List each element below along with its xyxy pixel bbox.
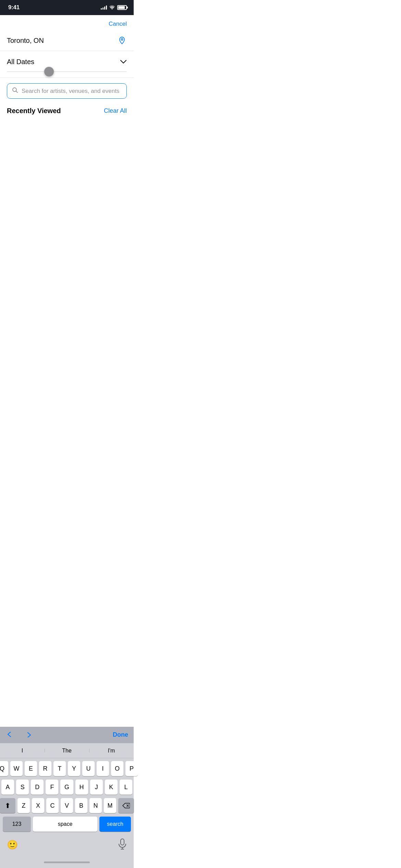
location-pin-icon[interactable] — [117, 36, 127, 45]
main-content: Cancel Toronto, ON All Dates — [0, 15, 134, 120]
search-box[interactable] — [7, 83, 127, 99]
slider-thumb[interactable] — [44, 67, 54, 76]
location-text: Toronto, ON — [7, 37, 44, 45]
search-icon — [12, 87, 18, 95]
search-container — [0, 78, 134, 104]
clear-all-button[interactable]: Clear All — [104, 107, 127, 114]
dates-text: All Dates — [7, 58, 34, 66]
signal-icon — [101, 5, 107, 10]
chevron-down-icon — [120, 58, 127, 65]
search-input[interactable] — [22, 88, 122, 95]
status-time: 9:41 — [8, 4, 20, 11]
cancel-button[interactable]: Cancel — [109, 21, 127, 27]
cancel-row: Cancel — [0, 15, 134, 30]
svg-point-1 — [13, 88, 16, 92]
location-row[interactable]: Toronto, ON — [0, 30, 134, 51]
status-bar: 9:41 — [0, 0, 134, 15]
recently-viewed-label: Recently Viewed — [7, 107, 61, 115]
slider-track — [7, 71, 127, 72]
status-icons — [101, 5, 127, 11]
wifi-icon — [109, 5, 115, 11]
recently-viewed-row: Recently Viewed Clear All — [0, 104, 134, 120]
battery-icon — [117, 5, 127, 10]
dates-row[interactable]: All Dates — [0, 51, 134, 66]
svg-point-0 — [121, 39, 123, 40]
slider-area[interactable] — [0, 66, 134, 78]
